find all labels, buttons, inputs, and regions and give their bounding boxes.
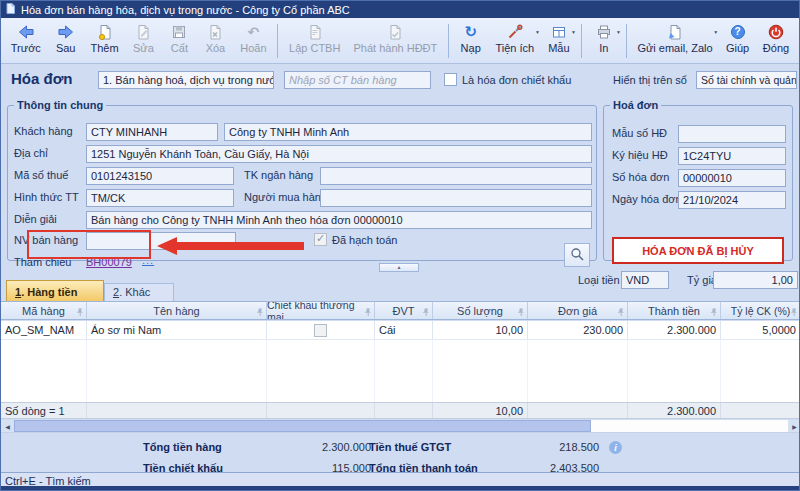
pin-column-icon[interactable] [617, 307, 625, 319]
grid-footer: Số dòng = 1 10,00 2.300.000 [1, 402, 800, 419]
cell-ty-le-ck[interactable]: 5,0000 [721, 321, 800, 339]
invoice-number-input[interactable]: 00000010 [678, 169, 786, 187]
collapse-arrow-icon: ▲ [397, 265, 402, 270]
collapse-panel-button[interactable]: ▲ [379, 263, 419, 272]
annotation-arrow-icon [157, 237, 177, 255]
toolbar-button-in[interactable]: In ▼ [587, 20, 621, 62]
grid-empty-area[interactable] [1, 340, 800, 402]
toolbar-button-mau[interactable]: Mẫu ▼ [542, 20, 576, 62]
cell-dvt[interactable]: Cái [375, 321, 433, 339]
column-header-so-luong[interactable]: Số lượng [433, 302, 528, 319]
refresh-icon: ↻ [464, 23, 477, 40]
buyer-input[interactable] [320, 189, 592, 207]
toolbar-button-phat-hanh-hddt[interactable]: Phát hành HĐĐT [348, 20, 443, 62]
scroll-left-button[interactable]: ◀ [1, 420, 14, 432]
column-header-dvt[interactable]: ĐVT [375, 302, 433, 319]
cell-don-gia[interactable]: 230.000 [528, 321, 628, 339]
currency-input[interactable]: VND [621, 271, 669, 289]
toolbar-button-label: Sau [56, 42, 76, 54]
column-header-don-gia[interactable]: Đơn giá [528, 302, 628, 319]
bank-account-input[interactable] [320, 167, 592, 185]
toolbar-button-label: Hoãn [240, 42, 266, 54]
cell-thanh-tien[interactable]: 2.300.000 [628, 321, 721, 339]
toolbar-button-label: Phát hành HĐĐT [354, 42, 438, 54]
invoice-date-input[interactable]: 21/10/2024 [678, 191, 786, 209]
discount-invoice-checkbox[interactable] [444, 73, 457, 86]
invoice-template-label: Mẫu số HĐ [612, 127, 667, 139]
publish-invoice-icon [387, 23, 403, 40]
pin-column-icon[interactable] [76, 307, 84, 319]
posted-label: Đã hạch toán [332, 234, 397, 246]
customer-code-input[interactable]: CTY MINHANH [86, 123, 218, 141]
toolbar-button-xoa[interactable]: Xóa [198, 20, 232, 62]
column-header-ma-hang[interactable]: Mã hàng [1, 302, 87, 319]
column-header-ten-hang[interactable]: Tên hàng [87, 302, 267, 319]
scroll-right-button[interactable]: ▶ [788, 420, 800, 432]
payment-method-input[interactable]: TM/CK [86, 189, 234, 207]
tax-code-input[interactable]: 0101243150 [86, 167, 234, 185]
column-header-ty-le-ck[interactable]: Tỷ lệ CK (%) [721, 302, 800, 319]
scrollbar-thumb[interactable] [14, 420, 591, 432]
pin-column-icon[interactable] [517, 307, 525, 319]
toolbar-button-nap[interactable]: ↻ Nạp [454, 20, 488, 62]
toolbar-button-lap-ctbh[interactable]: Lập CTBH [283, 20, 346, 62]
page-title: Hóa đơn [11, 70, 73, 87]
total-goods-value: 2.300.000 [251, 441, 371, 453]
arrow-left-icon [18, 23, 34, 40]
buyer-label: Người mua hàng [244, 191, 327, 203]
toolbar-button-cat[interactable]: Cất [162, 20, 196, 62]
address-input[interactable]: 1251 Nguyễn Khánh Toàn, Cầu Giấy, Hà Nội [86, 145, 592, 163]
pin-column-icon[interactable] [422, 307, 430, 319]
posted-checkbox[interactable] [314, 233, 327, 246]
invoice-template-input[interactable] [678, 125, 786, 143]
scroll-right-icon: ▶ [792, 423, 797, 430]
document-header-bar: Hóa đơn 1. Bán hàng hoá, dịch vụ trong n… [1, 64, 799, 100]
toolbar-separator [581, 24, 582, 58]
customer-name-input[interactable]: Công ty TNHH Minh Anh [224, 123, 592, 141]
cell-chiet-khau-tm[interactable] [267, 321, 375, 339]
title-bar[interactable]: Hóa đơn bán hàng hóa, dịch vụ trong nước… [1, 1, 799, 18]
show-on-book-combo[interactable]: Số tài chính và quản trị [696, 71, 797, 89]
doc-number-input[interactable]: Nhập số CT bán hàng [284, 71, 431, 89]
cell-ma-hang[interactable]: AO_SM_NAM [1, 321, 87, 339]
column-header-thanh-tien[interactable]: Thành tiền [628, 302, 721, 319]
tab-khac[interactable]: 2. Khác [104, 283, 174, 301]
trade-discount-checkbox[interactable] [314, 324, 327, 337]
invoice-symbol-input[interactable]: 1C24TYU [678, 147, 786, 165]
window-title: Hóa đơn bán hàng hóa, dịch vụ trong nước… [21, 4, 350, 16]
toolbar-button-them[interactable]: Thêm [85, 20, 125, 62]
app-icon [5, 3, 16, 16]
edit-document-icon [135, 23, 151, 40]
bank-account-label: TK ngân hàng [244, 169, 313, 181]
toolbar-button-hoan[interactable]: ↶ Hoãn [234, 20, 272, 62]
toolbar-button-truoc[interactable]: Trước [5, 20, 47, 62]
column-header-chiet-khau-tm[interactable]: Chiết khấu thương mại [267, 302, 375, 319]
pin-column-icon[interactable] [790, 307, 798, 319]
magnifier-icon [570, 247, 585, 264]
toolbar-button-tien-ich[interactable]: Tiện ích ▼ [490, 20, 540, 62]
toolbar-button-label: Trước [11, 42, 41, 54]
toolbar-button-sua[interactable]: Sửa [126, 20, 160, 62]
doc-type-combo[interactable]: 1. Bán hàng hoá, dịch vụ trong nước [98, 71, 274, 89]
cell-ten-hang[interactable]: Áo sơ mi Nam [87, 321, 267, 339]
window-bottom-border [1, 486, 799, 490]
toolbar-button-gui-email-zalo[interactable]: Gửi email, Zalo ▼ [632, 20, 718, 62]
toolbar-button-dong[interactable]: Đóng [757, 20, 795, 62]
description-label: Diễn giải [14, 213, 57, 225]
zoom-detail-button[interactable] [564, 243, 590, 267]
dropdown-arrow-icon: ▼ [535, 29, 540, 35]
save-floppy-icon [171, 23, 187, 40]
vat-value: 218.500 [491, 441, 599, 453]
pin-column-icon[interactable] [256, 307, 264, 319]
exchange-rate-input[interactable]: 1,00 [713, 271, 798, 289]
description-input[interactable]: Bán hàng cho Công ty TNHH Minh Anh theo … [86, 211, 592, 229]
toolbar-button-giup[interactable]: ? Giúp [720, 20, 755, 62]
cell-so-luong[interactable]: 10,00 [433, 321, 528, 339]
pin-column-icon[interactable] [364, 307, 372, 319]
toolbar-button-sau[interactable]: Sau [49, 20, 83, 62]
horizontal-scrollbar[interactable]: ◀ ▶ [1, 420, 800, 433]
tab-hang-tien[interactable]: 1. Hàng tiền [6, 280, 104, 301]
toolbar-button-label: Giúp [726, 42, 749, 54]
info-icon[interactable]: i [609, 441, 622, 454]
pin-column-icon[interactable] [710, 307, 718, 319]
